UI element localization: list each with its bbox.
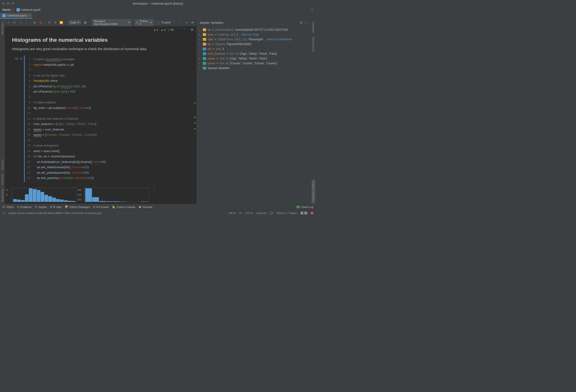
restart-icon[interactable]: ↻ [54, 21, 57, 25]
nav-up-icon[interactable]: ˄ [173, 21, 177, 25]
event-count-badge: 1 [296, 206, 300, 208]
delete-icon[interactable]: 🗑 [84, 21, 87, 25]
output-more-icon[interactable]: ⋮ [152, 187, 156, 191]
variable-row[interactable]: › fig = {Figure} Figure(4000x2000) [197, 42, 311, 47]
minimize-window[interactable] [7, 2, 10, 5]
code-content[interactable]: # import visulization packagesimport mat… [33, 56, 189, 182]
status-indent[interactable]: 4 spaces [256, 212, 267, 215]
cell-type-dropdown[interactable]: Code▾ [68, 20, 81, 25]
status-line-sep[interactable]: LF [239, 212, 242, 215]
edit-icon[interactable]: ✎ [311, 8, 314, 11]
status-interpreter[interactable]: Python 3.7 (base) [276, 212, 297, 215]
breadcrumb: titanic 〉 notebook.ipynb ✎ [0, 7, 316, 13]
checkbox-icon [156, 21, 160, 24]
notebook-content[interactable]: Histograms of the numerical variables Hi… [5, 33, 196, 204]
stop-icon[interactable]: ■ [48, 21, 51, 25]
window-title: workspace – notebook.ipynb [titanic] [133, 2, 183, 5]
markdown-heading: Histograms of the numerical variables [12, 37, 189, 43]
variable-row[interactable]: › ax = {AxesSubplot} AxesSubplot(0.54772… [197, 27, 311, 32]
status-lock-icons[interactable] [300, 212, 307, 215]
status-bar: ▢ Jupyter Server started at http://local… [0, 210, 316, 216]
run-all-icon[interactable]: ⏩ [59, 21, 63, 25]
tool-jupyter-variables[interactable]: Jupyter Variables [312, 180, 315, 204]
weak-warning-icon: ▲ [161, 28, 163, 31]
variable-row[interactable]: › num_features = {list: 4} ['Age', 'SibS… [197, 51, 311, 56]
tool-terminal[interactable]: ▣ Terminal [139, 205, 152, 208]
status-error-icon[interactable] [311, 212, 314, 215]
tab-notebook[interactable]: notebook.ipynb × [0, 13, 32, 19]
gear-icon[interactable]: ⚙ [190, 28, 194, 32]
variable-row[interactable]: › yaxes = {list: 4} ['Counts', 'Counts',… [197, 61, 311, 66]
tool-bookmarks[interactable]: Bookmarks [0, 187, 4, 204]
move-up-icon[interactable]: ↑ [19, 21, 22, 25]
add-cell-icon[interactable]: ＋ [7, 21, 10, 25]
status-window-icon[interactable]: ▢ [2, 211, 5, 215]
scroll-markers [193, 48, 196, 172]
chart-2: 600500400 ⋮ [84, 188, 149, 202]
close-tab-icon[interactable]: × [28, 14, 30, 17]
inspection-warning[interactable]: ▲1 [154, 28, 158, 31]
inspection-pass[interactable]: ✔55 [168, 28, 174, 31]
breadcrumb-project[interactable]: titanic [2, 8, 11, 11]
nav-down-icon[interactable]: ˅ [179, 21, 183, 25]
tool-database[interactable]: Database [312, 20, 315, 35]
gear-icon[interactable]: ⚙ [300, 21, 303, 25]
close-window[interactable] [2, 2, 5, 5]
notebook-icon [17, 8, 20, 11]
tab-label: notebook.ipynb [7, 14, 27, 17]
status-encoding[interactable]: UTF-8 [245, 212, 253, 215]
tool-jupyter[interactable]: ↻ Jupyter [35, 205, 47, 208]
markdown-paragraph: Histograms are very good visulization te… [12, 47, 189, 51]
interpreter-status-icon [270, 212, 273, 215]
sync-icon[interactable]: ⟳ [191, 21, 194, 25]
breadcrumb-file[interactable]: notebook.ipynb [17, 8, 40, 11]
jupyter-variables-panel: Jupyter Variables ⚙ — › ax = {AxesSubplo… [196, 19, 311, 204]
tool-dataexplorer[interactable]: DataExplorer [312, 35, 315, 54]
expand-down-icon[interactable]: ˅ [182, 28, 186, 32]
chart-2-yticks: 600500400 [78, 188, 81, 202]
trusted-checkbox[interactable]: Trusted [156, 21, 171, 24]
editor-tabs: notebook.ipynb × [0, 13, 316, 19]
tool-rjobs[interactable]: R R Jobs [50, 206, 61, 208]
inspection-bar: ▲1 ▲3 ✔55 ˄ ˅ ⚙ [5, 26, 196, 33]
tool-python-packages[interactable]: 📦 Python Packages [65, 205, 90, 208]
inspection-weak-warning[interactable]: ▲3 [161, 28, 166, 31]
chart-1-yticks: 5040 [6, 188, 8, 197]
status-caret-pos[interactable]: 48:19 [229, 212, 236, 215]
run-icon[interactable]: ▶ [33, 21, 37, 25]
variable-row[interactable]: › xaxes = {list: 4} ['Age', 'SibSp', 'Pa… [197, 56, 311, 61]
expand-up-icon[interactable]: ˄ [176, 28, 180, 32]
notebook-icon [2, 14, 6, 17]
maximize-window[interactable] [11, 2, 14, 5]
kernel-status-icon [136, 21, 138, 24]
variable-row[interactable]: idx = {int} 3 [197, 47, 311, 51]
editor-area: ＋ ✂ ↑ ↓ ▶ 🐞 ■ ↻ ⏩ Code▾ 🗑 Managed: http:… [5, 19, 196, 204]
tool-structure[interactable]: Structure [0, 157, 4, 172]
minimize-panel-icon[interactable]: — [305, 21, 308, 25]
status-message: Jupyter Server started at http://localho… [8, 212, 102, 215]
debug-icon[interactable]: 🐞 [39, 21, 43, 25]
tool-todo[interactable]: ☰ TODO [2, 205, 14, 208]
kernel-dropdown[interactable]: Python 3▾ [134, 19, 154, 26]
left-toolwindow-bar: Workspace Structure Favorites Bookmarks [0, 19, 5, 204]
tool-event-log[interactable]: Event Log [301, 206, 314, 208]
tool-favorites[interactable]: Favorites [0, 172, 4, 187]
code-cell[interactable]: In 2 12345678910111213141516171819202122… [12, 56, 189, 182]
more-icon[interactable]: » [185, 21, 188, 25]
tool-workspace[interactable]: Workspace [0, 20, 4, 37]
lock-icon [304, 212, 307, 215]
server-dropdown[interactable]: Managed: http://localhost:8888▾ [92, 19, 132, 26]
tool-python-console[interactable]: 🐍 Python Console [112, 205, 135, 208]
cut-icon[interactable]: ✂ [13, 21, 16, 25]
right-toolwindow-bar: Database DataExplorer Jupyter Variables [311, 19, 316, 204]
move-down-icon[interactable]: ↓ [25, 21, 28, 25]
variable-row[interactable]: › data = {DataFrame: (891, 12)} Passenge… [197, 37, 311, 42]
warning-icon: ▲ [154, 28, 156, 31]
tool-problems[interactable]: ⊘ Problems [17, 205, 31, 208]
variable-row[interactable]: › axes = {ndarray: (4,)} [ ...View as Ar… [197, 32, 311, 37]
markdown-cell[interactable]: Histograms of the numerical variables Hi… [12, 37, 189, 51]
variables-list: › ax = {AxesSubplot} AxesSubplot(0.54772… [197, 26, 311, 72]
tool-r-console[interactable]: R R Console [93, 206, 109, 208]
variable-row[interactable]: › Special Variables [197, 66, 311, 71]
lock-icon [300, 212, 303, 215]
